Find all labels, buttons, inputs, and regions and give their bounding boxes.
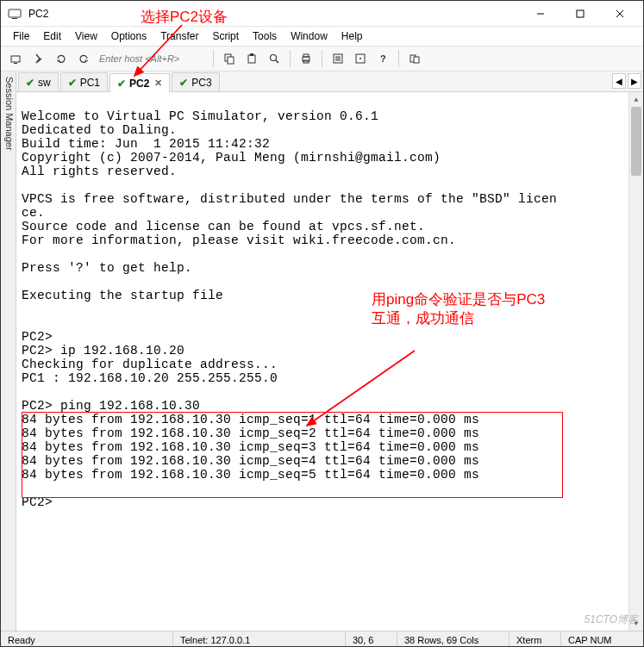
settings-icon[interactable] [350, 48, 371, 69]
scroll-up-icon[interactable]: ▲ [629, 92, 643, 107]
connect-icon[interactable] [6, 48, 27, 69]
print-icon[interactable] [296, 48, 316, 69]
svg-rect-7 [14, 63, 17, 64]
status-size: 38 Rows, 69 Cols [397, 631, 510, 647]
check-icon: ✔ [68, 77, 77, 89]
tab-label: PC2 [129, 78, 149, 90]
session-manager-sidebar[interactable]: Session Manager [1, 72, 16, 631]
tab-pc1[interactable]: ✔PC1 [60, 72, 108, 91]
tab-scroll-left[interactable]: ◀ [612, 73, 626, 89]
status-caps: CAP NUM [561, 631, 643, 647]
tabstrip: ✔sw ✔PC1 ✔PC2✕ ✔PC3 ◀ ▶ [16, 72, 643, 92]
menu-script[interactable]: Script [205, 28, 246, 44]
menu-window[interactable]: Window [284, 28, 335, 44]
scrollbar[interactable]: ▲ ▼ [628, 92, 643, 631]
status-connection: Telnet: 127.0.0.1 [173, 631, 346, 647]
find-icon[interactable] [264, 48, 284, 69]
menubar: File Edit View Options Transfer Script T… [1, 27, 643, 46]
terminal[interactable]: Welcome to Virtual PC Simulator, version… [16, 92, 643, 631]
watermark: 51CTO博客 [585, 613, 638, 627]
help-icon[interactable]: ? [372, 48, 393, 69]
toolbar: ? [1, 46, 643, 72]
status-term: Xterm [510, 631, 561, 647]
svg-rect-0 [9, 9, 21, 17]
menu-file[interactable]: File [6, 28, 36, 44]
host-input[interactable] [96, 50, 208, 67]
svg-text:?: ? [380, 53, 386, 64]
tab-pc3[interactable]: ✔PC3 [172, 72, 219, 91]
reconnect-icon[interactable] [51, 48, 72, 69]
svg-rect-11 [250, 53, 253, 56]
tab-label: sw [38, 77, 51, 89]
tab-scroll-right[interactable]: ▶ [628, 73, 641, 89]
menu-transfer[interactable]: Transfer [153, 28, 205, 44]
tab-label: PC1 [80, 77, 100, 89]
toolbar-sep [398, 50, 399, 67]
menu-help[interactable]: Help [335, 28, 370, 44]
copy-icon[interactable] [219, 48, 240, 69]
svg-line-13 [276, 60, 278, 63]
svg-rect-25 [414, 57, 419, 63]
menu-edit[interactable]: Edit [36, 28, 68, 44]
paste-icon[interactable] [241, 48, 262, 69]
tab-label: PC3 [191, 77, 211, 89]
status-ready: Ready [1, 631, 173, 647]
app-icon [8, 7, 22, 21]
menu-tools[interactable]: Tools [246, 28, 284, 44]
svg-rect-3 [577, 10, 584, 17]
minimize-button[interactable] [521, 1, 560, 27]
svg-point-22 [360, 58, 361, 59]
mainpane: ✔sw ✔PC1 ✔PC2✕ ✔PC3 ◀ ▶ Welcome to Virtu… [16, 72, 643, 631]
properties-icon[interactable] [328, 48, 348, 69]
terminal-output: Welcome to Virtual PC Simulator, version… [22, 109, 557, 509]
session-icon[interactable] [404, 48, 425, 69]
menu-options[interactable]: Options [104, 28, 153, 44]
close-button[interactable] [600, 1, 640, 27]
toolbar-sep [213, 50, 214, 67]
workarea: Session Manager ✔sw ✔PC1 ✔PC2✕ ✔PC3 ◀ ▶ … [1, 72, 643, 631]
quick-connect-icon[interactable] [28, 48, 49, 69]
svg-rect-6 [11, 56, 20, 62]
svg-point-12 [271, 55, 277, 61]
check-icon: ✔ [26, 77, 34, 89]
maximize-button[interactable] [560, 1, 600, 27]
svg-rect-10 [248, 55, 255, 63]
svg-rect-1 [12, 18, 17, 19]
svg-rect-15 [303, 54, 309, 57]
titlebar: PC2 [1, 1, 643, 27]
svg-rect-9 [228, 57, 234, 64]
tab-sw[interactable]: ✔sw [18, 72, 59, 91]
statusbar: Ready Telnet: 127.0.0.1 30, 6 38 Rows, 6… [1, 631, 643, 647]
status-position: 30, 6 [346, 631, 397, 647]
menu-view[interactable]: View [68, 28, 104, 44]
window-title: PC2 [28, 8, 521, 20]
tab-pc2[interactable]: ✔PC2✕ [109, 73, 170, 92]
close-icon[interactable]: ✕ [154, 78, 162, 89]
check-icon: ✔ [117, 78, 126, 90]
disconnect-icon[interactable] [73, 48, 94, 69]
toolbar-sep [322, 50, 322, 67]
check-icon: ✔ [179, 77, 188, 89]
toolbar-sep [290, 50, 291, 67]
